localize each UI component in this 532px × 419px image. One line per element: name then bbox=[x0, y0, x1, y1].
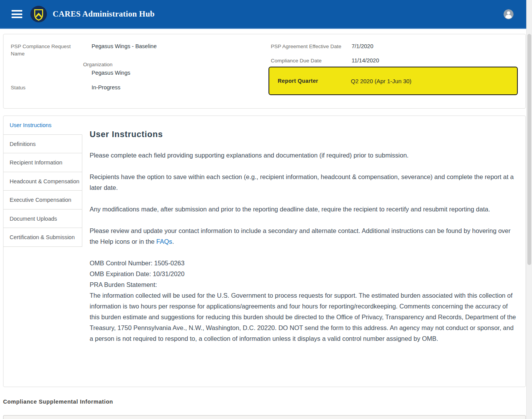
omb-control-number: OMB Control Number: 1505-0263 bbox=[90, 258, 518, 268]
nav-item-recipient-information[interactable]: Recipient Information bbox=[3, 153, 82, 172]
nav-item-certification-submission[interactable]: Certification & Submission bbox=[3, 228, 82, 247]
omb-statement: OMB Control Number: 1505-0263 OMB Expira… bbox=[90, 258, 518, 344]
scrollbar-thumb[interactable] bbox=[527, 34, 531, 265]
effective-date-label: PSP Agreement Effective Date bbox=[271, 43, 341, 50]
instruction-paragraph-contact: Please review and update your contact in… bbox=[90, 225, 518, 247]
effective-date-value: 7/1/2020 bbox=[352, 43, 373, 50]
report-quarter-value: Q2 2020 (Apr 1-Jun 30) bbox=[351, 78, 412, 84]
field-status: Status In-Progress bbox=[11, 84, 271, 91]
nav-item-user-instructions[interactable]: User Instructions bbox=[3, 116, 82, 135]
instruction-paragraph: Any modifications made, after submission… bbox=[90, 204, 518, 215]
status-value: In-Progress bbox=[92, 84, 120, 91]
field-effective-date: PSP Agreement Effective Date 7/1/2020 bbox=[271, 43, 518, 50]
nav-item-headcount-compensation[interactable]: Headcount & Compensation bbox=[3, 172, 82, 191]
page-title: User Instructions bbox=[90, 130, 518, 139]
report-quarter-label: Report Quarter bbox=[278, 78, 351, 84]
compliance-supplemental-label: Compliance Supplemental Information bbox=[3, 399, 526, 405]
field-organization: Organization Pegasus Wings bbox=[83, 61, 271, 77]
app-title: CARES Administration Hub bbox=[53, 9, 155, 19]
due-date-label: Compliance Due Date bbox=[271, 57, 322, 64]
nav-item-document-uploads[interactable]: Document Uploads bbox=[3, 210, 82, 228]
user-instructions-content: User Instructions Please complete each f… bbox=[82, 116, 525, 387]
app-header: CARES Administration Hub bbox=[0, 0, 526, 29]
hamburger-menu-icon[interactable] bbox=[12, 10, 22, 18]
compliance-summary-panel: PSP Compliance Request Name Pegasus Wing… bbox=[3, 34, 526, 109]
report-quarter-highlight: Report Quarter Q2 2020 (Apr 1-Jun 30) bbox=[269, 67, 518, 95]
request-name-label: PSP Compliance Request Name bbox=[11, 43, 72, 57]
status-label: Status bbox=[11, 84, 25, 91]
nav-item-definitions[interactable]: Definitions bbox=[3, 135, 82, 154]
instruction-paragraph: Please complete each field providing sup… bbox=[90, 150, 518, 161]
section-nav: User Instructions Definitions Recipient … bbox=[3, 116, 82, 387]
field-due-date: Compliance Due Date 11/14/2020 bbox=[271, 57, 518, 64]
field-request-name: PSP Compliance Request Name Pegasus Wing… bbox=[11, 43, 271, 57]
faqs-link[interactable]: FAQs bbox=[156, 238, 172, 245]
nav-item-executive-compensation[interactable]: Executive Compensation bbox=[3, 191, 82, 210]
pra-burden-heading: PRA Burden Statement: bbox=[90, 279, 518, 290]
treasury-shield-logo-icon bbox=[30, 5, 47, 23]
report-sections-panel: User Instructions Definitions Recipient … bbox=[3, 116, 526, 387]
instruction-paragraph: Recipients have the option to save withi… bbox=[90, 171, 518, 193]
due-date-value: 11/14/2020 bbox=[352, 57, 379, 64]
compliance-supplemental-panel[interactable] bbox=[3, 415, 526, 419]
organization-value: Pegasus Wings bbox=[92, 69, 271, 77]
organization-label: Organization bbox=[83, 61, 271, 68]
pra-burden-text: The information collected will be used f… bbox=[90, 290, 518, 344]
omb-expiration-date: OMB Expiration Date: 10/31/2020 bbox=[90, 268, 518, 279]
vertical-scrollbar[interactable] bbox=[526, 0, 532, 419]
user-avatar-icon[interactable] bbox=[504, 9, 514, 19]
request-name-value: Pegasus Wings - Baseline bbox=[92, 43, 157, 50]
